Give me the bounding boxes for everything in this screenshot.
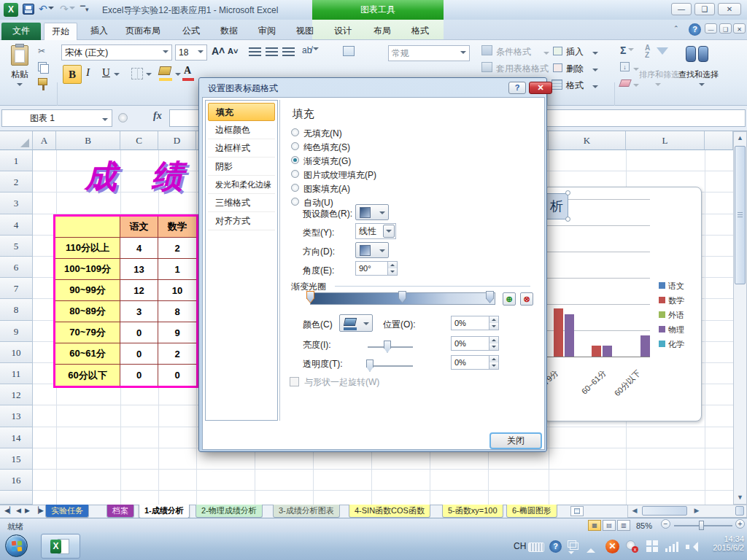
scroll-left-icon[interactable]: ◀ [630, 505, 640, 516]
radio-gradient-fill[interactable] [291, 156, 299, 164]
tab-insert[interactable]: 插入 [83, 23, 115, 40]
find-select-button[interactable]: 查找和选择 [678, 69, 719, 80]
col-header-A[interactable]: A [33, 131, 56, 150]
spin-up-icon[interactable] [489, 316, 498, 323]
excel-logo-icon[interactable]: X [4, 3, 18, 17]
table-cell[interactable]: 9 [158, 322, 196, 343]
table-cell[interactable]: 80~89分 [55, 301, 120, 322]
radio-automatic[interactable] [291, 198, 299, 206]
tab-home[interactable]: 开始 [44, 23, 77, 40]
tab-review[interactable]: 审阅 [251, 23, 283, 40]
table-cell[interactable]: 3 [120, 301, 158, 322]
dialog-nav-fill[interactable]: 填充 [208, 103, 275, 121]
table-cell[interactable]: 60~61分 [55, 343, 120, 365]
fx-icon[interactable]: fx [153, 110, 162, 122]
tab-split-handle[interactable] [735, 506, 744, 516]
table-cell[interactable]: 4 [120, 238, 158, 259]
next-sheet-icon[interactable]: ▶ [25, 507, 30, 514]
row-header-9[interactable]: 9 [0, 321, 33, 342]
merge-center-icon[interactable] [343, 46, 355, 56]
legend-item[interactable]: 数学 [659, 295, 684, 310]
tab-file[interactable]: 文件 [1, 23, 41, 40]
format-cells-button[interactable]: 格式 [566, 79, 584, 92]
clear-icon[interactable] [619, 79, 632, 87]
col-header-partial[interactable] [705, 131, 733, 150]
select-all-corner[interactable] [0, 131, 33, 150]
font-size-combo[interactable]: 18 [175, 44, 207, 61]
conditional-formatting-icon[interactable] [481, 45, 492, 55]
help-icon[interactable]: ? [689, 23, 701, 36]
tab-data[interactable]: 数据 [213, 23, 245, 40]
zoom-out-icon[interactable]: − [661, 519, 670, 529]
grow-font-icon[interactable]: A˄ [212, 45, 225, 57]
row-header-4[interactable]: 4 [0, 214, 33, 236]
zoom-in-icon[interactable]: + [735, 519, 745, 529]
tab-chart-layout[interactable]: 布局 [366, 23, 398, 40]
copy-icon[interactable] [38, 62, 47, 71]
sort-filter-icon[interactable]: AZ [645, 44, 670, 68]
radio-solid-fill[interactable] [291, 142, 299, 150]
insert-dropdown-icon[interactable] [592, 52, 598, 58]
qat-customize-icon[interactable]: ▔▾ [80, 6, 88, 13]
rotate-with-shape-checkbox[interactable] [290, 377, 299, 386]
table-cell[interactable] [55, 217, 120, 238]
preset-colors-dropdown[interactable] [355, 204, 389, 220]
spin-down-icon[interactable] [489, 323, 498, 330]
format-as-table-button[interactable]: 套用表格格式 [496, 63, 549, 75]
table-cell[interactable]: 60分以下 [55, 365, 120, 386]
tab-formulas[interactable]: 公式 [175, 23, 207, 40]
cut-icon[interactable]: ✂ [38, 46, 45, 56]
position-spinner[interactable]: 0% [451, 316, 499, 330]
autosum-icon[interactable]: Σ [620, 44, 634, 56]
sheet-tab-active[interactable]: 1-成绩分析 [139, 505, 190, 518]
row-header-1[interactable]: 1 [0, 150, 33, 171]
col-header-C[interactable]: C [120, 131, 158, 150]
number-format-combo[interactable]: 常规 [388, 45, 470, 61]
tray-bulb-icon[interactable]: x [626, 540, 635, 550]
format-as-table-icon[interactable] [481, 62, 492, 72]
table-cell[interactable]: 数学 [158, 217, 196, 238]
sheet-tab[interactable]: 5-函数xy=100 [442, 505, 503, 518]
paste-button[interactable]: 粘贴 [4, 44, 35, 96]
sheet-tab[interactable]: 2-物理成绩分析 [196, 505, 263, 518]
spin-down-icon[interactable] [388, 268, 397, 275]
find-select-icon[interactable] [684, 43, 712, 68]
dialog-help-icon[interactable]: ? [508, 82, 526, 94]
fill-color-dropdown-icon[interactable] [175, 73, 181, 79]
align-middle-icon[interactable] [266, 47, 278, 57]
radio-picture-f[interactable] [291, 170, 299, 178]
dialog-nav-glow[interactable]: 发光和柔化边缘 [208, 176, 275, 194]
sheet-tab[interactable]: 3-成绩分析图表 [273, 505, 340, 518]
table-cell[interactable]: 110分以上 [55, 238, 120, 259]
spin-up-icon[interactable] [489, 337, 498, 343]
dialog-nav-border-style[interactable]: 边框样式 [208, 139, 275, 158]
col-header-L[interactable]: L [626, 131, 705, 150]
collapse-ribbon-icon[interactable]: ⌃ [673, 25, 679, 32]
fill-down-icon[interactable]: ↓ [620, 62, 630, 71]
col-header-D[interactable]: D [158, 131, 196, 150]
table-cell[interactable]: 0 [120, 365, 158, 386]
network-signal-icon[interactable] [665, 541, 680, 552]
tray-window-icon[interactable] [568, 540, 576, 548]
table-cell[interactable]: 2 [158, 343, 196, 365]
table-cell[interactable]: 70~79分 [55, 322, 120, 343]
save-icon[interactable] [23, 4, 34, 15]
format-painter-icon[interactable] [38, 78, 47, 85]
restore-button[interactable]: ❑ [694, 3, 715, 15]
col-header-K[interactable]: K [549, 131, 626, 150]
borders-icon[interactable] [131, 68, 143, 79]
row-header-2[interactable]: 2 [0, 171, 33, 192]
dialog-close-button[interactable]: 关闭 [489, 432, 542, 449]
spin-down-icon[interactable] [489, 362, 498, 369]
legend-item[interactable]: 化学 [659, 339, 684, 354]
spin-down-icon[interactable] [489, 343, 498, 350]
row-header-3[interactable]: 3 [0, 192, 33, 214]
dialog-nav-alignment[interactable]: 对齐方式 [208, 212, 275, 230]
sheet-tab[interactable]: 档案 [107, 505, 134, 518]
sort-filter-button[interactable]: 排序和筛选 [639, 69, 679, 80]
tray-clock[interactable]: 14:34 2015/6/2 [702, 534, 744, 552]
tray-windows-icon[interactable] [646, 540, 658, 552]
workbook-restore-icon[interactable]: ❑ [719, 23, 732, 34]
legend-item[interactable]: 外语 [659, 310, 684, 324]
radio-pattern-fill[interactable] [291, 184, 299, 192]
